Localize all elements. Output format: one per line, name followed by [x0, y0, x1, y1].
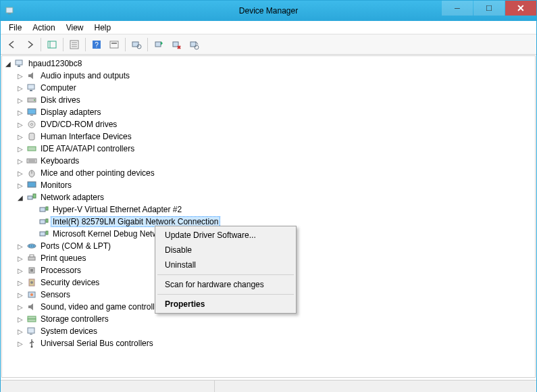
expand-icon[interactable]: ▷: [16, 156, 25, 166]
svg-rect-59: [30, 334, 32, 335]
expand-icon[interactable]: ▷: [16, 180, 25, 190]
svg-rect-38: [40, 207, 45, 212]
expand-icon[interactable]: ▷: [16, 120, 25, 129]
expand-icon[interactable]: ▷: [16, 132, 25, 141]
tree-category[interactable]: ▷Storage controllers: [16, 313, 534, 325]
hid-icon: [26, 131, 37, 142]
tree-category-network[interactable]: ◢Network adapters: [16, 191, 534, 203]
tree-item-label: Processors: [39, 265, 83, 276]
maximize-button[interactable]: ☐: [474, 1, 505, 16]
expand-icon[interactable]: ▷: [16, 144, 25, 153]
tree-item-label: Ports (COM & LPT): [39, 241, 113, 251]
update-driver-button[interactable]: [151, 36, 167, 53]
expand-icon[interactable]: ▷: [16, 241, 25, 251]
collapse-icon[interactable]: ◢: [3, 59, 13, 68]
svg-point-27: [31, 124, 33, 126]
back-button[interactable]: [4, 36, 20, 53]
tree-category[interactable]: ▷Audio inputs and outputs: [16, 70, 534, 82]
tree-item-label: Audio inputs and outputs: [39, 70, 132, 81]
computer-icon: [26, 82, 37, 93]
svg-rect-18: [16, 60, 22, 65]
tree-item-label: Hyper-V Virtual Ethernet Adapter #2: [51, 204, 184, 215]
menu-view[interactable]: View: [61, 22, 89, 34]
svg-point-23: [34, 99, 35, 101]
svg-point-55: [30, 293, 33, 296]
action-button[interactable]: [106, 36, 122, 53]
tree-category[interactable]: ▷Human Interface Devices: [16, 130, 534, 143]
svg-rect-25: [30, 115, 33, 116]
audio-icon: [26, 301, 37, 312]
svg-rect-24: [28, 109, 36, 114]
menu-action[interactable]: Action: [27, 22, 60, 34]
tree-device-network[interactable]: Hyper-V Virtual Ethernet Adapter #2: [28, 203, 534, 216]
tree-category[interactable]: ▷IDE ATA/ATAPI controllers: [16, 143, 534, 155]
tree-item-label: Sound, video and game controllers: [39, 301, 168, 312]
svg-rect-35: [28, 182, 36, 187]
tree-category[interactable]: ▷DVD/CD-ROM drives: [16, 118, 534, 130]
svg-rect-14: [155, 42, 161, 47]
scan-hardware-button[interactable]: [128, 36, 145, 53]
tree-item-label: DVD/CD-ROM drives: [39, 119, 119, 130]
svg-rect-56: [28, 316, 36, 319]
device-tree-pane[interactable]: ◢hpaud1230bc8▷Audio inputs and outputs▷C…: [1, 55, 536, 378]
svg-rect-36: [28, 196, 32, 199]
tree-category[interactable]: ▷Display adapters: [16, 106, 534, 118]
tree-category[interactable]: ▷Computer: [16, 82, 534, 94]
expand-icon[interactable]: ▷: [16, 290, 25, 299]
svg-rect-58: [28, 328, 34, 333]
expand-icon[interactable]: ▷: [16, 339, 25, 348]
menu-help[interactable]: Help: [89, 22, 117, 34]
ide-icon: [26, 143, 37, 154]
expand-icon[interactable]: ▷: [16, 266, 25, 275]
collapse-icon[interactable]: ◢: [16, 193, 25, 202]
tree-item-label: Sensors: [39, 289, 72, 300]
expand-icon[interactable]: ▷: [16, 71, 25, 80]
expand-icon[interactable]: ▷: [16, 278, 25, 287]
show-hide-tree-button[interactable]: [44, 36, 60, 53]
expand-icon[interactable]: ▷: [16, 253, 25, 263]
close-button[interactable]: ✕: [505, 1, 536, 16]
tree-item-label: Keyboards: [39, 155, 81, 166]
svg-rect-29: [28, 147, 36, 151]
printer-icon: [26, 253, 37, 264]
tree-item-label: IDE ATA/ATAPI controllers: [39, 143, 136, 154]
tree-item-label: Display adapters: [39, 107, 103, 118]
uninstall-button[interactable]: [168, 36, 184, 53]
disable-button[interactable]: [186, 36, 202, 53]
tree-category[interactable]: ▷Disk drives: [16, 94, 534, 106]
svg-rect-30: [27, 159, 36, 163]
cm-update-driver[interactable]: Update Driver Software...: [157, 228, 295, 243]
dvd-icon: [26, 119, 37, 130]
system-icon: [26, 326, 37, 337]
svg-rect-51: [30, 269, 33, 272]
forward-button[interactable]: [22, 36, 38, 53]
tree-category[interactable]: ▷System devices: [16, 325, 534, 337]
tree-category[interactable]: ▷Universal Serial Bus controllers: [16, 337, 534, 349]
context-menu: Update Driver Software... Disable Uninst…: [155, 226, 297, 314]
cm-disable[interactable]: Disable: [157, 243, 295, 258]
tree-item-label: Storage controllers: [39, 314, 111, 324]
expand-icon[interactable]: ▷: [16, 314, 25, 324]
cm-scan[interactable]: Scan for hardware changes: [157, 277, 295, 292]
security-icon: [26, 277, 37, 288]
expand-icon[interactable]: ▷: [16, 326, 25, 336]
expand-icon[interactable]: ▷: [16, 95, 25, 105]
help-button[interactable]: ?: [88, 36, 105, 53]
mouse-icon: [26, 168, 37, 178]
expand-icon[interactable]: ▷: [16, 107, 25, 117]
properties-button[interactable]: [66, 36, 82, 53]
cm-uninstall[interactable]: Uninstall: [157, 258, 295, 272]
tree-root-node[interactable]: ◢hpaud1230bc8: [3, 57, 534, 70]
tree-item-label: hpaud1230bc8: [26, 58, 84, 69]
expand-icon[interactable]: ▷: [16, 168, 25, 178]
expand-icon[interactable]: ▷: [16, 83, 25, 93]
tree-category[interactable]: ▷Keyboards: [16, 155, 534, 167]
svg-text:?: ?: [95, 41, 99, 49]
minimize-button[interactable]: ─: [442, 1, 473, 16]
tree-category[interactable]: ▷Monitors: [16, 179, 534, 191]
menu-file[interactable]: File: [3, 22, 27, 34]
expand-icon[interactable]: ▷: [16, 302, 25, 312]
tree-category[interactable]: ▷Mice and other pointing devices: [16, 167, 534, 179]
cm-properties[interactable]: Properties: [157, 297, 295, 312]
computer-icon: [14, 58, 25, 69]
